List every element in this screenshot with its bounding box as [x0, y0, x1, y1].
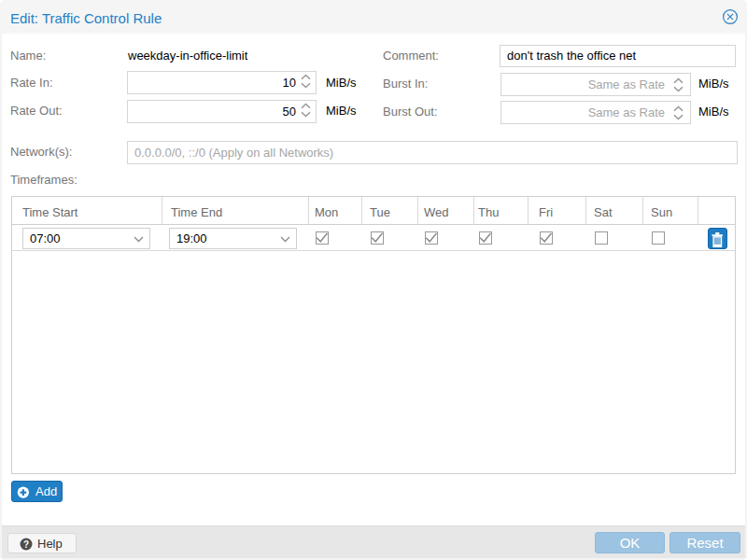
svg-text:?: ? [23, 539, 29, 550]
